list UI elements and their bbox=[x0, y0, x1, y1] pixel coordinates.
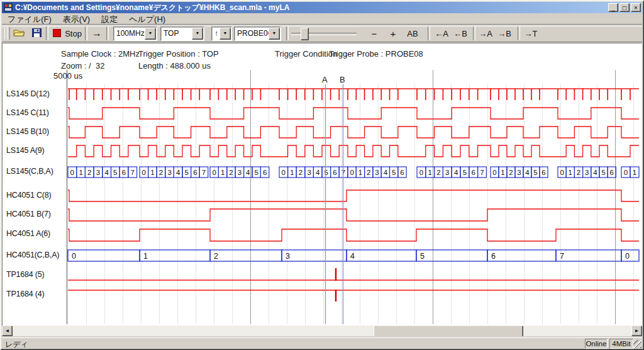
trigger-probe-info: Trigger Probe : PROBE08 bbox=[329, 49, 423, 59]
zoom-ab-button[interactable]: AB bbox=[403, 26, 422, 40]
toolbar-separator bbox=[46, 26, 48, 40]
channel-label: LS145 B(10) bbox=[6, 127, 49, 136]
open-file-button[interactable] bbox=[11, 26, 27, 40]
open-folder-icon bbox=[13, 28, 25, 37]
toolbar-separator bbox=[85, 26, 87, 40]
save-button[interactable] bbox=[28, 26, 45, 40]
scroll-right-button[interactable]: ► bbox=[631, 325, 642, 336]
status-bar: レディ Online 4MBit bbox=[2, 337, 642, 349]
scrollbar-thumb[interactable] bbox=[374, 325, 523, 337]
trigger-edge-combobox[interactable]: ↑ ▼ bbox=[211, 26, 232, 41]
waveform-area[interactable] bbox=[68, 84, 639, 324]
channel-label: HC4051 B(7) bbox=[6, 210, 51, 218]
cursor-a-right-button[interactable]: →A bbox=[477, 26, 494, 40]
chevron-down-icon[interactable]: ▼ bbox=[192, 28, 203, 40]
app-window: C:¥Documents and Settings¥noname¥デスクトップ¥… bbox=[0, 0, 644, 350]
goto-trigger-button[interactable]: →T bbox=[522, 26, 540, 40]
close-button[interactable]: × bbox=[631, 3, 641, 12]
trigger-position-combobox[interactable]: TOP ▼ bbox=[160, 26, 204, 41]
menu-item-settings[interactable]: 設定 bbox=[96, 13, 123, 24]
cursor-b-label[interactable]: B bbox=[340, 75, 345, 84]
channel-label: LS145 C(11) bbox=[6, 108, 49, 117]
toolbar-separator bbox=[428, 26, 430, 40]
toolbar-grip[interactable] bbox=[7, 27, 10, 40]
stop-button[interactable]: Stop bbox=[52, 26, 83, 40]
toolbar: Stop → 100MHz ▼ TOP ▼ ↑ ▼ PROBE00 ▼ − + … bbox=[2, 25, 642, 42]
window-title: C:¥Documents and Settings¥noname¥デスクトップ¥… bbox=[15, 2, 289, 13]
chevron-down-icon[interactable]: ▼ bbox=[145, 28, 156, 40]
sample-clock-info: Sample Clock : 2MHz bbox=[61, 49, 140, 59]
zoom-info: Zoom : / 32 bbox=[61, 61, 104, 71]
menu-item-file[interactable]: ファイル(F) bbox=[2, 13, 57, 24]
cursor-b-left-button[interactable]: ←B bbox=[452, 26, 469, 40]
toolbar-separator bbox=[518, 26, 520, 40]
cursor-a-label[interactable]: A bbox=[322, 75, 328, 84]
status-ready-text: レディ bbox=[5, 339, 28, 350]
length-info: Length : 488.000 us bbox=[138, 61, 211, 71]
menu-bar: ファイル(F)表示(V)設定ヘルプ(H) bbox=[2, 13, 642, 24]
channel-label: LS145(C,B,A) bbox=[6, 167, 53, 176]
channel-label: HC4051 A(6) bbox=[6, 229, 50, 238]
menu-item-view[interactable]: 表示(V) bbox=[57, 13, 96, 24]
minimize-button[interactable]: _ bbox=[608, 3, 618, 12]
channel-label: LS145 A(9) bbox=[6, 146, 45, 155]
resize-grip[interactable] bbox=[633, 340, 641, 348]
chevron-down-icon[interactable]: ▼ bbox=[219, 28, 231, 40]
zoom-out-button[interactable]: − bbox=[367, 26, 382, 40]
channel-label: HC4051 C(8) bbox=[6, 191, 51, 200]
channel-label: TP1684 (4) bbox=[6, 290, 45, 298]
cursor-a-left-button[interactable]: ←A bbox=[433, 26, 450, 40]
channel-label: LS145 D(12) bbox=[6, 89, 50, 98]
sample-rate-combobox[interactable]: 100MHz ▼ bbox=[113, 26, 157, 41]
trigger-position-info: Trigger Position : TOP bbox=[138, 49, 219, 59]
toolbar-separator bbox=[106, 26, 109, 40]
zoom-slider-handle[interactable] bbox=[301, 28, 309, 40]
toolbar-separator bbox=[473, 26, 475, 40]
toolbar-separator bbox=[286, 26, 289, 40]
run-button[interactable]: → bbox=[89, 26, 105, 40]
horizontal-scrollbar[interactable]: ◄ ► bbox=[2, 325, 642, 336]
channel-label: HC4051(C,B,A) bbox=[6, 251, 59, 259]
title-bar[interactable]: C:¥Documents and Settings¥noname¥デスクトップ¥… bbox=[2, 2, 642, 13]
channel-label: TP1684 (5) bbox=[6, 270, 45, 279]
app-icon bbox=[4, 3, 13, 12]
time-division-label: 5000 us bbox=[53, 71, 82, 81]
cursor-b-right-button[interactable]: →B bbox=[496, 26, 513, 40]
memory-status-badge: 4MBit bbox=[609, 339, 633, 349]
chevron-down-icon[interactable]: ▼ bbox=[269, 28, 280, 40]
stop-icon bbox=[53, 29, 61, 37]
menu-item-help[interactable]: ヘルプ(H) bbox=[123, 13, 171, 24]
maximize-button[interactable]: □ bbox=[619, 3, 630, 12]
run-arrow-icon: → bbox=[92, 28, 102, 38]
floppy-disk-icon bbox=[32, 28, 42, 37]
online-status-badge: Online bbox=[585, 339, 608, 349]
zoom-in-button[interactable]: + bbox=[386, 26, 401, 40]
trigger-probe-combobox[interactable]: PROBE00 ▼ bbox=[234, 26, 281, 41]
scroll-left-button[interactable]: ◄ bbox=[2, 325, 13, 336]
